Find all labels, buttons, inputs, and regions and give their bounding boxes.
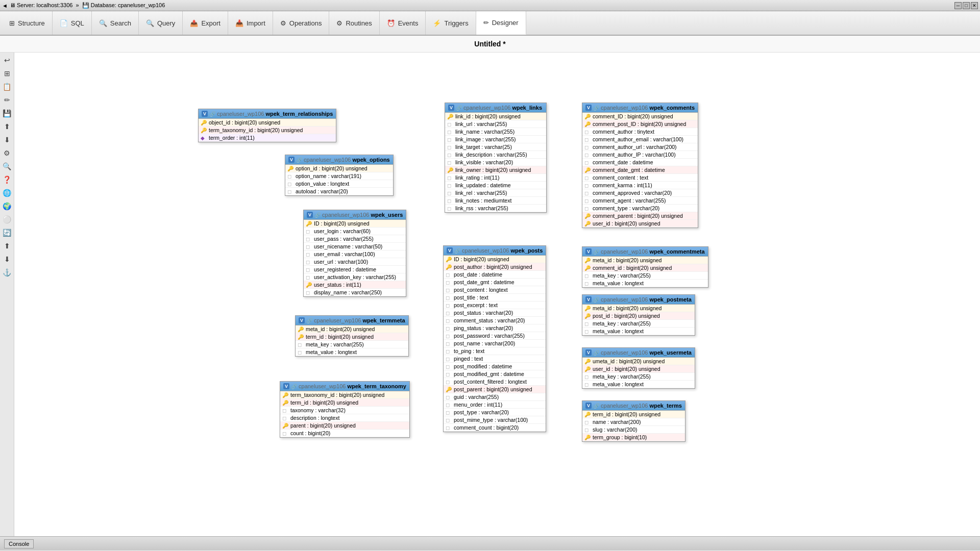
table-posts[interactable]: V 🔗 cpaneluser_wp106 wpek_posts 🔑ID : bi…: [443, 245, 546, 432]
field-name: meta_id : bigint(20) unsigned: [593, 305, 662, 311]
table-row: ◻option_value : longtext: [285, 180, 393, 188]
tab-sql[interactable]: 📄 SQL: [53, 11, 92, 35]
table-row: ◻link_updated : datetime: [445, 182, 546, 189]
table-row: 🔑term_taxonomy_id : bigint(20) unsigned: [199, 127, 336, 134]
table-row: ◻menu_order : int(11): [444, 401, 546, 409]
link-icon: 🔗: [314, 212, 321, 218]
table-commentmeta[interactable]: V 🔗 cpaneluser_wp106 wpek_commentmeta 🔑m…: [582, 246, 708, 288]
tab-designer[interactable]: ✏ Designer: [476, 11, 526, 35]
table-terms[interactable]: V 🔗 cpaneluser_wp106 wpek_terms 🔑term_id…: [582, 400, 685, 442]
table-row: ◻pinged : text: [444, 355, 546, 363]
sidebar-icon-clipboard[interactable]: 📋: [2, 81, 13, 92]
field-name: link_visible : varchar(20): [455, 159, 513, 165]
table-row: ◻comment_type : varchar(20): [582, 205, 698, 212]
field-icon: ◻: [306, 244, 312, 249]
sidebar-icon-gear[interactable]: ⚙: [2, 147, 13, 159]
table-usermeta[interactable]: V 🔗 cpaneluser_wp106 wpek_usermeta 🔑umet…: [582, 347, 695, 389]
tab-events[interactable]: ⏰ Events: [380, 11, 426, 35]
sidebar-icon-edit[interactable]: ✏: [2, 94, 13, 106]
table-comments[interactable]: V 🔗 cpaneluser_wp106 wpek_comments 🔑comm…: [582, 103, 698, 228]
field-name: term_id : bigint(20) unsigned: [306, 334, 374, 340]
tab-query[interactable]: 🔍 Query: [139, 11, 183, 35]
field-name: meta_key : varchar(255): [593, 272, 651, 279]
table-row: ◻meta_value : longtext: [582, 280, 708, 287]
back-btn[interactable]: ◄: [2, 3, 8, 9]
table-term_taxonomy[interactable]: V 🔗 cpaneluser_wp106 wpek_term_taxonomy …: [280, 381, 410, 438]
db-name: cpaneluser_wp106: [314, 317, 361, 323]
sidebar-icon-anchor[interactable]: ⚓: [2, 267, 13, 278]
table-row: ◻link_url : varchar(255): [445, 120, 546, 128]
tab-structure[interactable]: ⊞ Structure: [2, 11, 53, 35]
table-row: ◻post_modified_gmt : datetime: [444, 370, 546, 378]
table-termmeta[interactable]: V 🔗 cpaneluser_wp106 wpek_termmeta 🔑meta…: [295, 315, 409, 357]
table-users[interactable]: V 🔗 cpaneluser_wp106 wpek_users 🔑ID : bi…: [303, 210, 406, 297]
field-name: user_activation_key : varchar(255): [314, 274, 396, 280]
tab-import[interactable]: 📥 Import: [228, 11, 273, 35]
table-row: ◻post_date_gmt : datetime: [444, 279, 546, 286]
sidebar-icon-down[interactable]: ⬇: [2, 134, 13, 145]
field-icon: ◻: [446, 325, 452, 331]
tab-routines[interactable]: ⚙ Routines: [329, 11, 379, 35]
field-name: name : varchar(200): [593, 419, 641, 425]
table-postmeta[interactable]: V 🔗 cpaneluser_wp106 wpek_postmeta 🔑meta…: [582, 294, 695, 336]
table-row: ◻link_target : varchar(25): [445, 143, 546, 151]
sidebar-icon-save[interactable]: 💾: [2, 108, 13, 119]
close-btn[interactable]: ✕: [971, 2, 978, 9]
sidebar-icon-search[interactable]: 🔍: [2, 161, 13, 172]
field-name: comment_date : datetime: [593, 159, 653, 165]
v-badge: V: [307, 212, 313, 218]
field-icon: ◻: [447, 137, 453, 142]
db-name: cpaneluser_wp106: [322, 212, 369, 218]
table-term_relationships[interactable]: V 🔗 cpaneluser_wp106 wpek_term_relations…: [198, 109, 336, 142]
field-name: guid : varchar(255): [454, 394, 499, 400]
field-name: post_name : varchar(200): [454, 340, 515, 346]
main-area: ↩ ⊞ 📋 ✏ 💾 ⬆ ⬇ ⚙ 🔍 ❓ 🌐 🌍 ⚪ 🔄 ⬆ ⬇ ⚓ V 🔗 cp…: [0, 53, 980, 536]
left-sidebar: ↩ ⊞ 📋 ✏ 💾 ⬆ ⬇ ⚙ 🔍 ❓ 🌐 🌍 ⚪ 🔄 ⬆ ⬇ ⚓: [0, 53, 14, 536]
table-options[interactable]: V 🔗 cpaneluser_wp106 wpek_options 🔑optio…: [285, 155, 394, 196]
db-name: cpaneluser_wp106: [601, 296, 648, 303]
field-name: comment_date_gmt : datetime: [593, 167, 665, 173]
sidebar-icon-help[interactable]: ❓: [2, 174, 13, 185]
field-name: comment_approved : varchar(20): [593, 190, 672, 196]
sidebar-icon-globe[interactable]: 🌐: [2, 187, 13, 198]
field-icon: ◻: [447, 121, 453, 127]
sidebar-icon-grid[interactable]: ⊞: [2, 68, 13, 79]
minimize-btn[interactable]: ─: [954, 2, 962, 9]
field-name: umeta_id : bigint(20) unsigned: [593, 358, 665, 364]
field-icon: ◻: [584, 329, 591, 334]
tab-export[interactable]: 📤 Export: [183, 11, 228, 35]
maximize-btn[interactable]: □: [963, 2, 970, 9]
table-links[interactable]: V 🔗 cpaneluser_wp106 wpek_links 🔑link_id…: [445, 103, 547, 213]
v-badge: V: [283, 383, 289, 389]
console-button[interactable]: Console: [4, 539, 34, 548]
sidebar-icon-arrow-up[interactable]: ⬆: [2, 240, 13, 252]
field-icon: ◻: [446, 402, 452, 408]
sidebar-icon-up[interactable]: ⬆: [2, 121, 13, 132]
db-name: cpaneluser_wp106: [304, 157, 351, 163]
table-row: 🔑ID : bigint(20) unsigned: [444, 256, 546, 263]
v-badge: V: [299, 317, 305, 323]
tab-search[interactable]: 🔍 Search: [92, 11, 139, 35]
field-icon: ◻: [446, 280, 452, 285]
table-row: ◻guid : varchar(255): [444, 393, 546, 401]
key-icon: 🔑: [584, 412, 591, 417]
table-name: wpek_comments: [649, 105, 695, 111]
field-name: count : bigint(20): [290, 430, 330, 436]
export-icon: 📤: [190, 19, 198, 27]
tab-operations[interactable]: ⚙ Operations: [273, 11, 330, 35]
field-icon: ◻: [446, 333, 452, 339]
table-comments-header: V 🔗 cpaneluser_wp106 wpek_comments: [582, 103, 698, 113]
table-row: ◻user_email : varchar(100): [304, 251, 406, 258]
operations-icon: ⚙: [280, 19, 286, 27]
sidebar-icon-circle[interactable]: ⚪: [2, 214, 13, 225]
sidebar-icon-back[interactable]: ↩: [2, 55, 13, 66]
field-name: meta_value : longtext: [593, 280, 644, 286]
sidebar-icon-arrow-down[interactable]: ⬇: [2, 254, 13, 265]
sidebar-icon-refresh[interactable]: 🔄: [2, 227, 13, 238]
sidebar-icon-globe2[interactable]: 🌍: [2, 201, 13, 212]
field-name: meta_id : bigint(20) unsigned: [306, 326, 375, 332]
table-name: wpek_usermeta: [649, 349, 692, 356]
tab-triggers[interactable]: ⚡ Triggers: [426, 11, 476, 35]
field-icon: ◻: [282, 431, 288, 436]
table-row: ◻count : bigint(20): [280, 430, 409, 437]
